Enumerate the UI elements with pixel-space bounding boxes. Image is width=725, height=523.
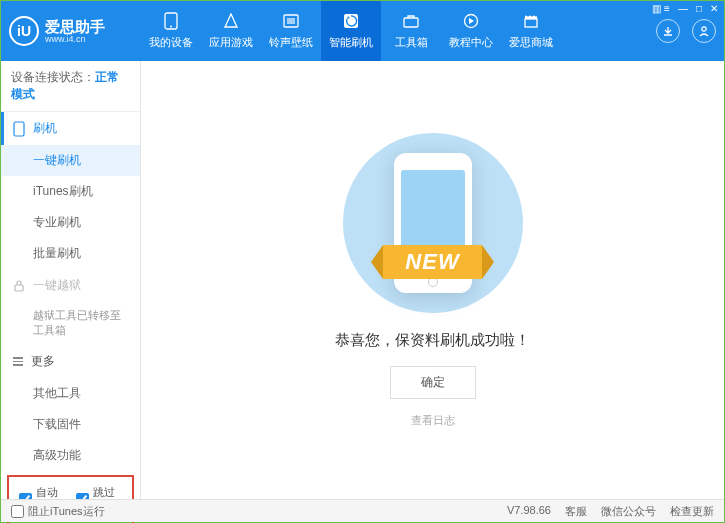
svg-rect-10 — [15, 285, 23, 291]
support-link[interactable]: 客服 — [565, 504, 587, 519]
nav-tutorials[interactable]: 教程中心 — [441, 1, 501, 61]
sidebar-item-advanced[interactable]: 高级功能 — [1, 440, 140, 471]
group-label: 更多 — [31, 353, 55, 370]
nav-label: 智能刷机 — [329, 35, 373, 50]
nav-store[interactable]: 爱思商城 — [501, 1, 561, 61]
sidebar-item-itunes[interactable]: iTunes刷机 — [1, 176, 140, 207]
group-label: 一键越狱 — [33, 277, 81, 294]
phone-icon — [162, 12, 180, 30]
sidebar-item-oneclick[interactable]: 一键刷机 — [1, 145, 140, 176]
sidebar-item-pro[interactable]: 专业刷机 — [1, 207, 140, 238]
nav-label: 应用游戏 — [209, 35, 253, 50]
version-label: V7.98.66 — [507, 504, 551, 519]
sidebar-item-batch[interactable]: 批量刷机 — [1, 238, 140, 269]
view-log-link[interactable]: 查看日志 — [411, 413, 455, 428]
lock-icon — [13, 280, 25, 292]
maximize-btn[interactable]: □ — [696, 3, 702, 14]
status-label: 设备连接状态： — [11, 70, 95, 84]
logo-icon: iU — [9, 16, 39, 46]
svg-rect-3 — [287, 18, 295, 24]
new-ribbon: NEW — [383, 245, 481, 279]
group-label: 刷机 — [33, 120, 57, 137]
app-title: 爱思助手 — [45, 19, 105, 34]
nav-ringtones[interactable]: 铃声壁纸 — [261, 1, 321, 61]
app-header: iU 爱思助手 www.i4.cn 我的设备 应用游戏 铃声壁纸 智能刷机 — [1, 1, 724, 61]
checkbox-label: 阻止iTunes运行 — [28, 504, 105, 519]
flash-icon — [342, 12, 360, 30]
nav-label: 爱思商城 — [509, 35, 553, 50]
svg-rect-7 — [525, 19, 537, 27]
group-flash[interactable]: 刷机 — [1, 112, 140, 145]
svg-rect-5 — [404, 18, 418, 27]
menu-icon — [13, 357, 23, 366]
wallpaper-icon — [282, 12, 300, 30]
sidebar: 设备连接状态：正常模式 刷机 一键刷机 iTunes刷机 专业刷机 批量刷机 一… — [1, 61, 141, 499]
svg-point-8 — [702, 27, 706, 31]
footer: 阻止iTunes运行 V7.98.66 客服 微信公众号 检查更新 — [1, 499, 724, 522]
svg-point-1 — [170, 26, 172, 28]
success-illustration: NEW — [343, 133, 523, 313]
nav-flash[interactable]: 智能刷机 — [321, 1, 381, 61]
sidebar-item-other[interactable]: 其他工具 — [1, 378, 140, 409]
download-btn[interactable] — [656, 19, 680, 43]
phone-icon — [13, 121, 25, 137]
nav-label: 教程中心 — [449, 35, 493, 50]
wechat-link[interactable]: 微信公众号 — [601, 504, 656, 519]
toolbox-icon — [402, 12, 420, 30]
group-more[interactable]: 更多 — [1, 345, 140, 378]
logo[interactable]: iU 爱思助手 www.i4.cn — [9, 16, 141, 46]
confirm-button[interactable]: 确定 — [390, 366, 476, 399]
main-content: NEW 恭喜您，保资料刷机成功啦！ 确定 查看日志 — [141, 61, 724, 499]
user-btn[interactable] — [692, 19, 716, 43]
connection-status: 设备连接状态：正常模式 — [1, 61, 140, 112]
sidebar-item-firmware[interactable]: 下载固件 — [1, 409, 140, 440]
nav-label: 工具箱 — [395, 35, 428, 50]
nav-label: 铃声壁纸 — [269, 35, 313, 50]
tutorial-icon — [462, 12, 480, 30]
nav-apps[interactable]: 应用游戏 — [201, 1, 261, 61]
group-jailbreak: 一键越狱 — [1, 269, 140, 302]
store-icon — [522, 12, 540, 30]
jailbreak-note: 越狱工具已转移至工具箱 — [1, 302, 140, 345]
close-btn[interactable]: ✕ — [710, 3, 718, 14]
pin-btn[interactable]: ▥ ≡ — [652, 3, 670, 14]
block-itunes-checkbox[interactable]: 阻止iTunes运行 — [11, 504, 105, 519]
nav-toolbox[interactable]: 工具箱 — [381, 1, 441, 61]
nav-label: 我的设备 — [149, 35, 193, 50]
apps-icon — [222, 12, 240, 30]
nav-my-device[interactable]: 我的设备 — [141, 1, 201, 61]
minimize-btn[interactable]: — — [678, 3, 688, 14]
success-message: 恭喜您，保资料刷机成功啦！ — [335, 331, 530, 350]
app-subtitle: www.i4.cn — [45, 34, 105, 44]
svg-rect-9 — [14, 122, 24, 136]
check-update-link[interactable]: 检查更新 — [670, 504, 714, 519]
